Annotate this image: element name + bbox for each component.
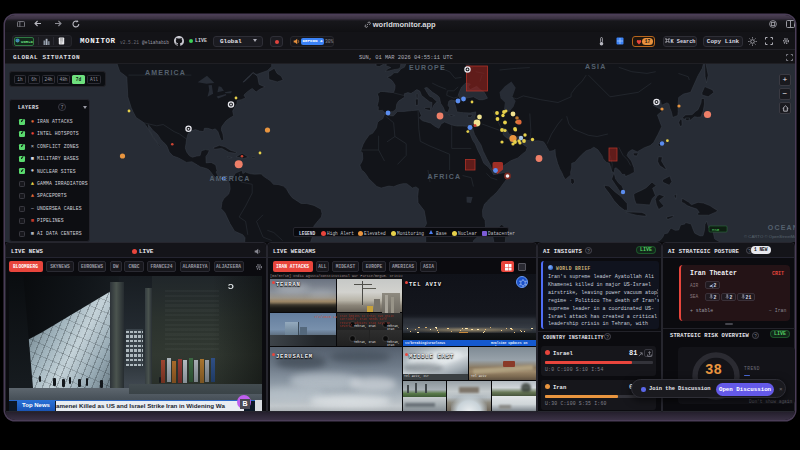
svg-text:ASIA: ASIA bbox=[585, 64, 607, 70]
svg-text:© CARTO © OpenStreetMap: © CARTO © OpenStreetMap bbox=[744, 234, 795, 239]
svg-text:AMERICA: AMERICA bbox=[145, 69, 186, 76]
svg-text:EUROPE: EUROPE bbox=[409, 64, 446, 71]
svg-text:MSG: MSG bbox=[712, 228, 720, 232]
svg-text:AMERICA: AMERICA bbox=[210, 175, 251, 182]
svg-text:AFRICA: AFRICA bbox=[428, 173, 462, 180]
svg-text:OCEANIA: OCEANIA bbox=[768, 224, 795, 231]
